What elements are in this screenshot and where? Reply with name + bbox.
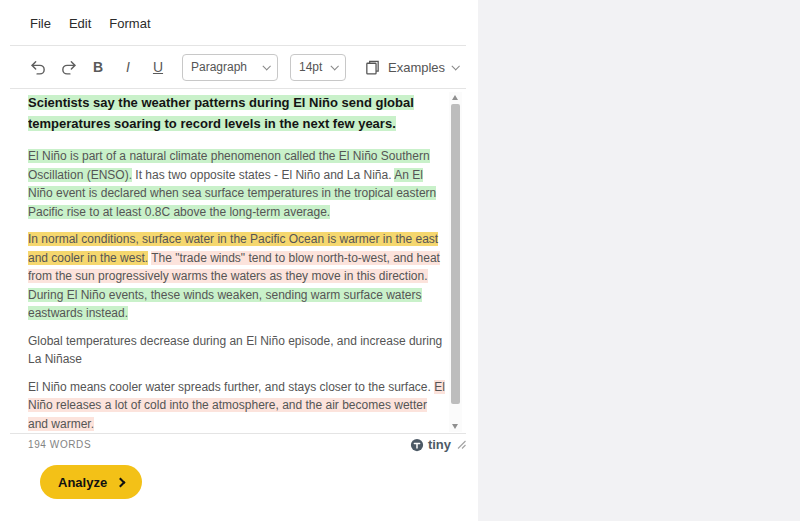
tiny-brand-label: tiny bbox=[428, 437, 451, 452]
scroll-up-icon[interactable] bbox=[452, 95, 458, 100]
italic-button[interactable]: I bbox=[116, 54, 140, 80]
scrollbar-thumb[interactable] bbox=[451, 104, 460, 404]
menu-item-file[interactable]: File bbox=[30, 16, 51, 31]
tiny-brand: tiny bbox=[410, 437, 451, 452]
undo-button[interactable] bbox=[26, 54, 50, 80]
redo-button[interactable] bbox=[56, 54, 80, 80]
text-segment: Global temperatures decrease during an E… bbox=[28, 334, 442, 367]
chevron-down-icon bbox=[262, 62, 270, 70]
resize-grip-icon[interactable] bbox=[457, 440, 466, 449]
status-divider bbox=[10, 433, 466, 434]
editor-content[interactable]: Scientists say the weather patterns duri… bbox=[28, 92, 450, 432]
fontsize-select-value: 14pt bbox=[299, 60, 322, 74]
app-root: FileEditFormat B I U Paragraph 14pt Exa bbox=[0, 0, 800, 521]
menu-bar: FileEditFormat bbox=[30, 16, 151, 31]
editor-paragraph: El Niño is part of a natural climate phe… bbox=[28, 147, 450, 221]
highlighted-text-green: Scientists say the weather patterns duri… bbox=[28, 95, 414, 131]
editor-paragraph: El Niño means cooler water spreads furth… bbox=[28, 378, 450, 433]
chevron-right-icon bbox=[116, 477, 126, 487]
editor-section: FileEditFormat B I U Paragraph 14pt Exa bbox=[0, 0, 480, 521]
examples-button[interactable]: Examples bbox=[360, 59, 462, 76]
undo-icon bbox=[30, 59, 47, 76]
redo-icon bbox=[60, 59, 77, 76]
bold-button[interactable]: B bbox=[86, 54, 110, 80]
menu-item-edit[interactable]: Edit bbox=[69, 16, 91, 31]
paragraph-select[interactable]: Paragraph bbox=[182, 54, 278, 81]
editor-paragraph: In normal conditions, surface water in t… bbox=[28, 230, 450, 323]
panel-background: 11ALL6SUPPORTED2MIXED3DISPUTED Global te… bbox=[478, 0, 800, 521]
scroll-down-icon[interactable] bbox=[452, 424, 458, 429]
fontsize-select[interactable]: 14pt bbox=[290, 54, 346, 81]
chevron-down-icon bbox=[330, 62, 338, 70]
editor-heading: Scientists say the weather patterns duri… bbox=[28, 92, 450, 134]
status-bar: 194 WORDS tiny bbox=[28, 437, 466, 452]
underline-button[interactable]: U bbox=[146, 54, 170, 80]
analyze-label: Analyze bbox=[58, 475, 107, 490]
word-count: 194 WORDS bbox=[28, 439, 91, 450]
editor-paragraph: Global temperatures decrease during an E… bbox=[28, 332, 450, 369]
text-segment: It has two opposite states - El Niño and… bbox=[132, 168, 394, 182]
tiny-logo-icon bbox=[410, 438, 424, 452]
analyze-button[interactable]: Analyze bbox=[40, 465, 142, 499]
highlighted-text-green: During El Niño events, these winds weake… bbox=[28, 288, 422, 321]
menu-item-format[interactable]: Format bbox=[109, 16, 150, 31]
editor-scrollbar[interactable] bbox=[449, 92, 462, 432]
menu-divider bbox=[10, 45, 466, 46]
copy-pages-icon bbox=[364, 59, 381, 76]
toolbar-divider bbox=[10, 88, 466, 89]
paragraph-select-value: Paragraph bbox=[191, 60, 247, 74]
chevron-down-icon bbox=[452, 62, 460, 70]
examples-label: Examples bbox=[388, 60, 445, 75]
text-segment: El Niño means cooler water spreads furth… bbox=[28, 380, 434, 394]
